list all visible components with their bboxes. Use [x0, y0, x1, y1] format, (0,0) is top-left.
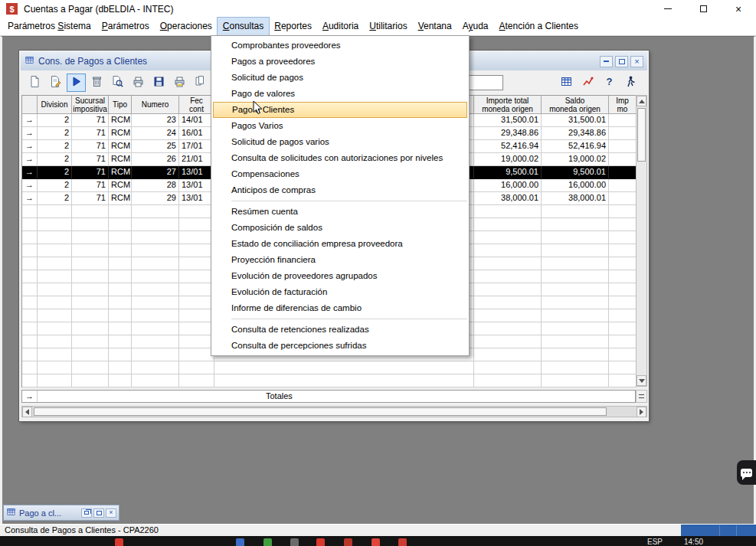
- column-header-importe-total-moneda-origen[interactable]: Importe total moneda origen: [474, 96, 542, 114]
- taskbar-app-icon[interactable]: [263, 538, 272, 546]
- run-button[interactable]: [67, 74, 86, 92]
- speech-bubble-icon: [741, 469, 752, 477]
- menu-item-pagos-a-proveedores[interactable]: Pagos a proveedores: [211, 54, 469, 70]
- help-button[interactable]: ?: [600, 74, 619, 92]
- taskbar-app-icon[interactable]: [115, 538, 123, 546]
- window-title: Cuentas a Pagar (dbELDIA - INTEC): [24, 4, 173, 15]
- cell-division: 2: [38, 166, 72, 179]
- menubar-item-utilitarios[interactable]: Utilitarios: [364, 18, 412, 35]
- menu-item-comprobantes-proveedores[interactable]: Comprobantes proveedores: [211, 38, 469, 54]
- grid-vertical-scrollbar[interactable]: [636, 95, 647, 387]
- print-color-button[interactable]: [170, 74, 189, 92]
- menu-item-pagos-varios[interactable]: Pagos Varios: [211, 118, 469, 134]
- child-maximize-button[interactable]: [615, 56, 628, 67]
- cell-imp: [609, 361, 637, 374]
- cell-tipo: [109, 296, 132, 309]
- mouse-cursor: [253, 100, 263, 115]
- grid-row-empty[interactable]: [22, 374, 636, 387]
- taskbar-app-icon[interactable]: [398, 538, 407, 546]
- cell-importe: [474, 335, 542, 348]
- menubar-item-auditoria[interactable]: Auditoria: [317, 18, 364, 35]
- print-button[interactable]: [129, 74, 148, 92]
- menu-item-proyeccion-financiera[interactable]: Proyección financiera: [211, 252, 469, 268]
- menu-item-evolucion-de-proveedores-agrupados[interactable]: Evolución de proveedores agrupados: [211, 268, 469, 284]
- horizontal-scroll-thumb[interactable]: [34, 407, 607, 416]
- menubar-item-parametros-sistema[interactable]: Parámetros Sistema: [2, 18, 97, 35]
- taskbar-clock[interactable]: 14:50: [684, 538, 703, 546]
- exit-button[interactable]: [621, 74, 640, 92]
- window-minimize-button[interactable]: [650, 0, 686, 18]
- grid-summary-widget[interactable]: [636, 390, 647, 403]
- grid-view-button[interactable]: [557, 74, 576, 92]
- scroll-up-button[interactable]: [637, 96, 646, 106]
- scroll-left-button[interactable]: [22, 407, 32, 417]
- window-controls: ×: [650, 0, 756, 18]
- preview-button[interactable]: [108, 74, 127, 92]
- copy-button[interactable]: [191, 74, 210, 92]
- grid-horizontal-scrollbar[interactable]: [21, 406, 647, 417]
- menubar-item-operaciones[interactable]: Operaciones: [155, 18, 218, 35]
- cell-marker: [22, 309, 38, 322]
- menu-item-consulta-de-solicitudes-con-autorizaciones-por-niveles[interactable]: Consulta de solicitudes con autorizacion…: [211, 150, 469, 166]
- child-close-button[interactable]: ×: [630, 56, 643, 67]
- new-button[interactable]: [25, 74, 44, 92]
- taskbar-app-icon[interactable]: [236, 538, 244, 546]
- menu-item-composicion-de-saldos[interactable]: Composición de saldos: [211, 220, 469, 236]
- taskbar-app-icon[interactable]: [290, 538, 299, 546]
- menu-item-solicitud-de-pagos-varios[interactable]: Solicitud de pagos varios: [211, 134, 469, 150]
- menu-item-informe-de-diferencias-de-cambio[interactable]: Informe de diferencias de cambio: [211, 300, 469, 316]
- restore-button[interactable]: [81, 508, 92, 518]
- cell-marker: [22, 231, 38, 244]
- cell-imp: [609, 374, 637, 387]
- column-header-imp-mo[interactable]: Imp mo: [609, 96, 637, 114]
- taskbar-app-icon[interactable]: [316, 538, 325, 546]
- window-maximize-button[interactable]: [686, 0, 721, 18]
- column-header-division[interactable]: Division: [38, 96, 72, 114]
- window-titlebar: $ Cuentas a Pagar (dbELDIA - INTEC) ×: [0, 0, 756, 18]
- taskbar-app-icon[interactable]: [371, 538, 380, 546]
- column-header-fec-cont[interactable]: Fec cont: [179, 96, 214, 114]
- cell-marker: [22, 283, 38, 296]
- menu-item-consulta-de-percepciones-sufridas[interactable]: Consulta de percepciones sufridas: [211, 338, 469, 354]
- menu-item-estado-de-conciliacion-empresa-proveedora[interactable]: Estado de conciliación empresa proveedor…: [211, 236, 469, 252]
- scroll-down-button[interactable]: [637, 375, 646, 386]
- svg-text:?: ?: [607, 76, 613, 87]
- column-header-tipo[interactable]: Tipo: [109, 96, 132, 114]
- cell-imp: [609, 166, 637, 179]
- menubar-item-atencion-a-clientes[interactable]: Atención a Clientes: [494, 18, 584, 35]
- menu-item-pago-a-clientes[interactable]: Pago a Clientes: [213, 102, 467, 118]
- minimized-window-pago-a-clientes[interactable]: Pago a cl... ×: [3, 505, 119, 521]
- grid-row-empty[interactable]: [22, 361, 636, 374]
- menu-item-solicitud-de-pagos[interactable]: Solicitud de pagos: [211, 70, 469, 86]
- edit-button[interactable]: [46, 74, 65, 92]
- save-button[interactable]: [149, 74, 169, 92]
- menubar-item-ayuda[interactable]: Ayuda: [457, 18, 494, 35]
- cell-sucursal: [72, 231, 109, 244]
- close-button[interactable]: ×: [106, 508, 116, 518]
- column-header-saldo-moneda-origen[interactable]: Saldo moneda origen: [542, 96, 609, 114]
- column-header-sucursal-impositiva[interactable]: Sucursal impositiva: [72, 96, 109, 114]
- menu-item-anticipos-de-compras[interactable]: Anticipos de compras: [211, 182, 469, 198]
- menubar-item-consultas[interactable]: Consultas: [218, 18, 269, 35]
- cell-fecha: [179, 244, 214, 257]
- menu-item-compensaciones[interactable]: Compensaciones: [211, 166, 469, 182]
- vertical-scroll-thumb[interactable]: [637, 108, 646, 162]
- column-header-numero[interactable]: Numero: [132, 96, 179, 114]
- chart-button[interactable]: [578, 74, 597, 92]
- cell-saldo: [542, 361, 609, 374]
- menu-item-consulta-de-retenciones-realizadas[interactable]: Consulta de retenciones realizadas: [211, 322, 469, 338]
- delete-button[interactable]: [87, 74, 106, 92]
- menu-item-pago-de-valores[interactable]: Pago de valores: [211, 86, 469, 102]
- taskbar-app-icon[interactable]: [344, 538, 352, 546]
- taskbar-language[interactable]: ESP: [647, 538, 663, 546]
- menubar-item-parametros[interactable]: Parámetros: [97, 18, 155, 35]
- menu-item-evolucion-de-facturacion[interactable]: Evolución de facturación: [211, 284, 469, 300]
- scroll-right-button[interactable]: [637, 407, 646, 417]
- window-close-button[interactable]: ×: [721, 0, 756, 18]
- maximize-button[interactable]: [93, 508, 104, 518]
- menu-item-resumen-cuenta[interactable]: Resúmen cuenta: [211, 204, 469, 220]
- overlay-chat-icon[interactable]: [737, 460, 756, 485]
- child-minimize-button[interactable]: [600, 56, 613, 67]
- menubar-item-ventana[interactable]: Ventana: [413, 18, 457, 35]
- menubar-item-reportes[interactable]: Reportes: [269, 18, 317, 35]
